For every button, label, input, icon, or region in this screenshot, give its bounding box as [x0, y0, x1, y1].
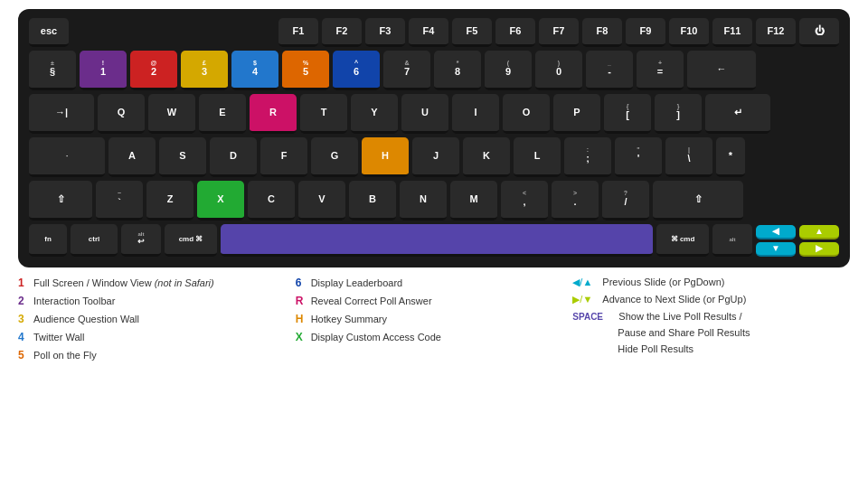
legend-item-2: 2 Interaction Toolbar	[18, 293, 296, 309]
key-rbracket[interactable]: }]	[655, 94, 702, 134]
legend-item-x: X Display Custom Access Code	[296, 329, 573, 345]
key-shift-left[interactable]: ⇧	[29, 181, 92, 221]
key-a[interactable]: A	[108, 137, 156, 177]
legend-icon-prev: ◀/▲	[572, 277, 598, 288]
key-f4[interactable]: F4	[409, 18, 448, 47]
key-arrow-right[interactable]: ▶	[799, 242, 839, 257]
key-tab[interactable]: →|	[29, 94, 94, 134]
legend-item-5: 5 Poll on the Fly	[18, 347, 296, 363]
key-l[interactable]: L	[514, 137, 561, 177]
key-t[interactable]: T	[300, 94, 347, 134]
legend-col3: ◀/▲ Previous Slide (or PgDown) ▶/▼ Advan…	[572, 275, 850, 363]
key-p[interactable]: P	[553, 94, 600, 134]
key-8[interactable]: *8	[434, 51, 481, 90]
key-f2[interactable]: F2	[322, 18, 362, 47]
key-alt-left[interactable]: alt↩	[121, 224, 161, 257]
zxcv-key-row: ⇧ ~` Z X C V B N M <, >. ?/ ⇧	[29, 181, 839, 221]
key-arrow-left[interactable]: ◀	[756, 225, 796, 239]
key-f11[interactable]: F11	[712, 18, 752, 47]
key-q[interactable]: Q	[98, 94, 145, 134]
legend-text-5: Poll on the Fly	[33, 350, 97, 361]
legend-num-3: 3	[18, 313, 29, 325]
key-space[interactable]	[221, 224, 653, 257]
legend-item-4: 4 Twitter Wall	[18, 329, 296, 345]
key-d[interactable]: D	[210, 137, 257, 177]
key-fn[interactable]: fn	[29, 224, 67, 257]
key-z[interactable]: Z	[146, 181, 193, 221]
key-equals[interactable]: +=	[637, 51, 684, 90]
key-comma[interactable]: <,	[501, 181, 548, 221]
key-f9[interactable]: F9	[626, 18, 665, 47]
key-f5[interactable]: F5	[452, 18, 492, 47]
key-backtick[interactable]: ±§	[29, 51, 76, 90]
key-arrow-down[interactable]: ▼	[756, 242, 796, 257]
legend-item-pause: Pause and Share Poll Results	[572, 325, 850, 340]
key-f1[interactable]: F1	[278, 18, 318, 47]
key-quote[interactable]: "'	[615, 137, 662, 177]
key-0[interactable]: )0	[535, 51, 582, 90]
legend-key-h: H	[296, 313, 307, 325]
key-tilde[interactable]: ~`	[96, 181, 143, 221]
qwerty-key-row: →| Q W E R T Y U I O P {[ }] ↵	[29, 94, 839, 134]
key-r[interactable]: R	[250, 94, 297, 134]
key-x[interactable]: X	[197, 181, 244, 221]
key-6[interactable]: ^6	[333, 51, 380, 90]
key-o[interactable]: O	[503, 94, 550, 134]
key-f6[interactable]: F6	[495, 18, 535, 47]
key-5[interactable]: %5	[282, 51, 329, 90]
legend-item-space: SPACE Show the Live Poll Results /	[572, 309, 850, 324]
key-e[interactable]: E	[199, 94, 246, 134]
key-period[interactable]: >.	[552, 181, 599, 221]
key-7[interactable]: &7	[383, 51, 430, 90]
key-w[interactable]: W	[148, 94, 195, 134]
key-lbracket[interactable]: {[	[604, 94, 651, 134]
key-u[interactable]: U	[401, 94, 448, 134]
key-arrow-up[interactable]: ▲	[799, 225, 839, 239]
key-minus[interactable]: _-	[586, 51, 633, 90]
fn-key-row: esc F1 F2 F3 F4 F5 F6 F7 F8 F9 F10 F11 F…	[29, 18, 839, 47]
legend-text-3: Audience Question Wall	[33, 314, 139, 324]
legend-text-2: Interaction Toolbar	[33, 296, 115, 306]
legend-text-pause: Pause and Share Poll Results	[618, 327, 750, 338]
key-shift-right[interactable]: ⇧	[653, 181, 743, 221]
key-i[interactable]: I	[452, 94, 499, 134]
key-capslock[interactable]: ·	[29, 137, 105, 177]
key-f7[interactable]: F7	[539, 18, 579, 47]
key-ctrl[interactable]: ctrl	[71, 224, 118, 257]
key-m[interactable]: M	[450, 181, 497, 221]
key-k[interactable]: K	[463, 137, 510, 177]
key-b[interactable]: B	[349, 181, 396, 221]
key-c[interactable]: C	[248, 181, 295, 221]
key-9[interactable]: (9	[485, 51, 532, 90]
key-4[interactable]: $4	[231, 51, 278, 90]
key-y[interactable]: Y	[351, 94, 398, 134]
key-cmd-left[interactable]: cmd ⌘	[165, 224, 217, 257]
key-j[interactable]: J	[412, 137, 459, 177]
key-n[interactable]: N	[400, 181, 447, 221]
key-f[interactable]: F	[260, 137, 307, 177]
key-f8[interactable]: F8	[582, 18, 622, 47]
key-semicolon[interactable]: :;	[564, 137, 611, 177]
key-v[interactable]: V	[298, 181, 345, 221]
key-f3[interactable]: F3	[365, 18, 405, 47]
key-h[interactable]: H	[362, 137, 409, 177]
key-power[interactable]: ⏻	[799, 18, 839, 47]
key-3[interactable]: £3	[181, 51, 228, 90]
key-backslash[interactable]: |\	[665, 137, 712, 177]
key-backspace[interactable]: ←	[687, 51, 756, 90]
legend-num-2: 2	[18, 295, 29, 307]
key-cmd-right[interactable]: ⌘ cmd	[656, 224, 709, 257]
key-enter[interactable]: ↵	[705, 94, 770, 134]
key-asterisk[interactable]: *	[716, 137, 745, 177]
key-alt-right[interactable]: alt	[712, 224, 752, 257]
key-f10[interactable]: F10	[669, 18, 709, 47]
key-g[interactable]: G	[311, 137, 358, 177]
key-1[interactable]: !1	[80, 51, 127, 90]
key-slash[interactable]: ?/	[602, 181, 649, 221]
key-s[interactable]: S	[159, 137, 206, 177]
legend-item-prev: ◀/▲ Previous Slide (or PgDown)	[572, 275, 850, 290]
legend-item-1: 1 Full Screen / Window View (not in Safa…	[18, 275, 296, 291]
key-f12[interactable]: F12	[756, 18, 796, 47]
key-2[interactable]: @2	[130, 51, 177, 90]
key-esc[interactable]: esc	[29, 18, 69, 47]
